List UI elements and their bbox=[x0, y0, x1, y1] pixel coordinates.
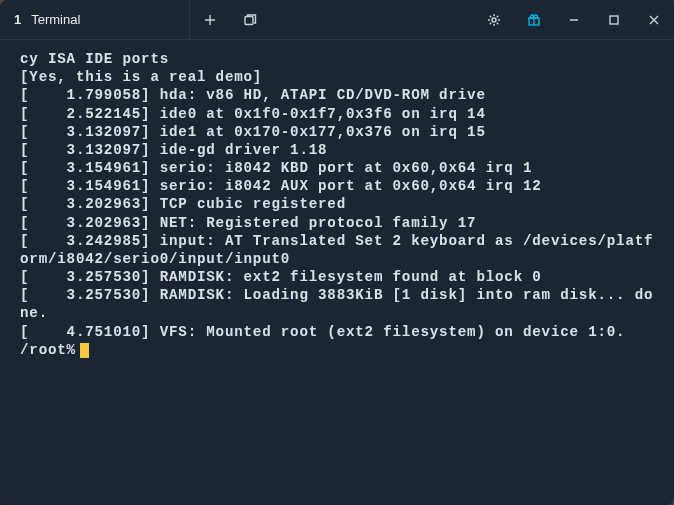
svg-rect-0 bbox=[245, 16, 253, 24]
plus-icon bbox=[203, 13, 217, 27]
tab-title: Terminal bbox=[31, 12, 80, 27]
terminal-output[interactable]: cy ISA IDE ports [Yes, this is a real de… bbox=[0, 40, 674, 505]
minimize-button[interactable] bbox=[554, 0, 594, 39]
terminal-text: cy ISA IDE ports [Yes, this is a real de… bbox=[20, 51, 653, 340]
maximize-icon bbox=[607, 13, 621, 27]
gift-icon bbox=[527, 13, 541, 27]
close-icon bbox=[647, 13, 661, 27]
svg-rect-3 bbox=[610, 16, 618, 24]
new-tab-button[interactable] bbox=[190, 0, 230, 39]
gift-button[interactable] bbox=[514, 0, 554, 39]
gear-icon bbox=[487, 13, 501, 27]
terminal-prompt: /root% bbox=[20, 342, 76, 358]
tabs-overview-button[interactable] bbox=[230, 0, 270, 39]
tabs-icon bbox=[243, 13, 257, 27]
svg-point-1 bbox=[492, 18, 496, 22]
settings-button[interactable] bbox=[474, 0, 514, 39]
close-button[interactable] bbox=[634, 0, 674, 39]
terminal-window: 1 Terminal cy ISA IDE ports [Yes, this i… bbox=[0, 0, 674, 505]
cursor bbox=[80, 343, 89, 358]
tab-index: 1 bbox=[14, 12, 21, 27]
titlebar: 1 Terminal bbox=[0, 0, 674, 40]
maximize-button[interactable] bbox=[594, 0, 634, 39]
minimize-icon bbox=[567, 13, 581, 27]
tab-terminal[interactable]: 1 Terminal bbox=[0, 0, 190, 39]
titlebar-spacer bbox=[270, 0, 474, 39]
